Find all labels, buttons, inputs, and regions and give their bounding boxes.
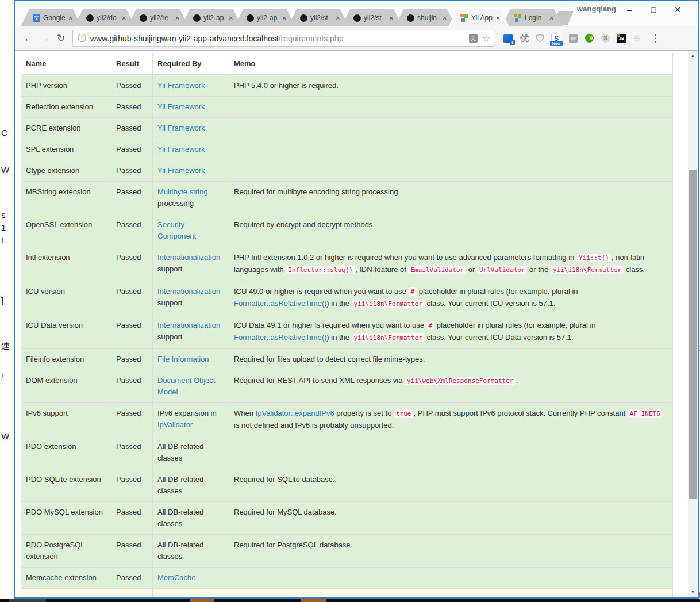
tab-close-icon[interactable]: ✕ — [175, 15, 180, 21]
address-bar[interactable]: ⓘ www.github-shuijingwan-yii2-app-advanc… — [72, 30, 495, 47]
faded-gear-extension-icon[interactable]: ❉ — [633, 33, 641, 44]
tab-close-icon[interactable]: ✕ — [389, 15, 394, 21]
cell-name: MBString extension — [21, 182, 111, 214]
tab-close-icon[interactable]: ✕ — [68, 15, 73, 21]
link-security-component[interactable]: Security Component — [157, 220, 196, 240]
link-file-information[interactable]: File Information — [157, 355, 209, 363]
tab-yii2-st[interactable]: yii2/st✕ — [288, 9, 349, 26]
vertical-scrollbar[interactable]: ▲ ▼ — [688, 51, 698, 597]
abbr-idn: IDN — [359, 265, 372, 274]
roboform-extension-icon[interactable]: RP — [569, 34, 578, 43]
extensions-area: !优SNewRPSJB❉ — [503, 33, 648, 44]
cell-required-by: MemCache — [153, 568, 229, 589]
tab-close-icon[interactable]: ✕ — [496, 15, 501, 21]
link-ipvalidator-expandipv6[interactable]: IpValidator::expandIPv6 — [256, 409, 334, 417]
cell-result: Passed — [111, 182, 153, 214]
reload-button[interactable]: ↻ — [53, 32, 69, 44]
close-button[interactable]: ✕ — [666, 3, 690, 16]
table-row: Intl extensionPassedInternationalization… — [21, 247, 673, 281]
code-span: Inflector::slug() — [286, 266, 355, 274]
link-multibyte-string[interactable]: Multibyte string — [157, 187, 207, 196]
s-circle-extension-icon[interactable]: S — [601, 34, 610, 43]
maximize-button[interactable]: □ — [641, 3, 666, 16]
jetbrains-extension-icon[interactable]: JB — [617, 34, 626, 43]
tab-close-icon[interactable]: ✕ — [282, 15, 287, 21]
link-yii-framework[interactable]: Yii Framework — [157, 145, 205, 154]
text: Required by encrypt and decrypt methods. — [234, 220, 375, 229]
cell-name — [21, 589, 111, 598]
link-internationalization[interactable]: Internationalization — [157, 321, 220, 329]
green-circle-extension-icon[interactable] — [585, 34, 594, 43]
profile-name[interactable]: wangqiang — [577, 5, 616, 13]
browser-menu-icon[interactable]: ⋮ — [651, 32, 660, 44]
text: IPv6 expansion in — [157, 409, 217, 417]
cell-result: Passed — [111, 403, 153, 436]
tab-login[interactable]: Login✕ — [502, 9, 563, 26]
link-yii-framework[interactable]: Yii Framework — [157, 81, 205, 90]
scrollbar-up-arrow[interactable]: ▲ — [688, 51, 698, 60]
link-internationalization[interactable]: Internationalization — [157, 287, 220, 296]
minimize-button[interactable]: – — [617, 3, 641, 16]
tab-close-icon[interactable]: ✕ — [336, 15, 340, 21]
link-ipvalidator[interactable]: IpValidator — [157, 420, 193, 429]
screen: CWs1t]速/W 彡) 文Google✕yii2/do✕yii2/re✕yii… — [0, 0, 700, 602]
forward-button[interactable]: → — [37, 33, 53, 44]
table-row: Ctype extensionPassedYii Framework — [21, 160, 673, 182]
column-header-result: Result — [111, 53, 153, 75]
cell-name: PDO MySQL extension — [21, 502, 111, 535]
text: -feature of — [372, 265, 409, 274]
cell-name: PDO extension — [21, 436, 111, 469]
tab-label: yii2/st — [364, 14, 387, 22]
link-memcache[interactable]: MemCache — [157, 573, 195, 582]
yii-favicon-icon — [460, 14, 468, 22]
cell-memo: Required for files upload to detect corr… — [229, 349, 673, 370]
tab-yii2-re[interactable]: yii2/re✕ — [128, 9, 189, 26]
sumo-extension-icon[interactable]: SNew — [551, 34, 561, 43]
thunder-extension-icon[interactable]: ! — [503, 34, 513, 43]
translate-page-icon[interactable]: 文 — [469, 34, 478, 43]
link-internationalization[interactable]: Internationalization — [157, 253, 220, 262]
back-button[interactable]: ← — [21, 33, 37, 44]
code-span: true — [394, 409, 414, 418]
text: All DB-related classes — [157, 508, 203, 528]
tab-close-icon[interactable]: ✕ — [443, 15, 447, 21]
tab-shuijin[interactable]: shuijin✕ — [395, 9, 456, 26]
tab-close-icon[interactable]: ✕ — [229, 15, 233, 21]
page-info-icon[interactable]: ⓘ — [78, 33, 86, 44]
shield-extension-icon[interactable] — [536, 34, 544, 43]
bookmark-star-icon[interactable]: ☆ — [482, 34, 490, 43]
browser-toolbar: ← → ↻ ⓘ www.github-shuijingwan-yii2-app-… — [15, 26, 698, 51]
tab-close-icon[interactable]: ✕ — [122, 15, 126, 21]
tab-yii2-ap[interactable]: yii2-ap✕ — [234, 9, 295, 26]
cell-name: ICU Data version — [21, 315, 111, 349]
link-document-object-model[interactable]: Document Object Model — [157, 376, 215, 396]
cell-memo: PHP Intl extension 1.0.2 or higher is re… — [229, 247, 673, 281]
cell-required-by: All DB-related classes — [153, 535, 229, 568]
link-formatter-asrelativetime[interactable]: Formatter::asRelativeTime() — [234, 333, 326, 342]
tab-close-icon[interactable]: ✕ — [549, 15, 554, 21]
cell-name: PDO SQLite extension — [21, 469, 111, 502]
calligraphy-extension-icon[interactable]: 优 — [520, 33, 529, 44]
url-text[interactable]: www.github-shuijingwan-yii2-app-advanced… — [90, 34, 464, 43]
link-yii-framework[interactable]: Yii Framework — [157, 124, 205, 132]
link-yii-framework[interactable]: Yii Framework — [157, 102, 205, 111]
code-span: yii\web\XmlResponseFormatter — [405, 377, 516, 385]
cell-result: Passed — [111, 535, 153, 568]
tab-yii2-st[interactable]: yii2/st✕ — [341, 9, 402, 26]
cell-result: Passed — [111, 160, 153, 182]
link-yii-framework[interactable]: Yii Framework — [157, 166, 205, 175]
background-text-fragment: 速 — [1, 341, 10, 352]
text: . — [516, 376, 518, 385]
github-favicon-icon — [300, 14, 307, 22]
code-span: # — [426, 321, 435, 330]
scrollbar-thumb[interactable] — [689, 170, 697, 499]
link-formatter-asrelativetime[interactable]: Formatter::asRelativeTime() — [234, 299, 326, 308]
tab-yii-app[interactable]: Yii App✕ — [448, 9, 509, 26]
table-row: ICU versionPassedInternationalization su… — [21, 281, 673, 315]
tab-yii2-do[interactable]: yii2/do✕ — [74, 9, 135, 26]
scrollbar-down-arrow[interactable]: ▼ — [688, 588, 698, 596]
tab-yii2-ap[interactable]: yii2-ap✕ — [181, 9, 242, 26]
cell-memo: Required for PostgreSQL database. — [229, 535, 673, 568]
tab-label: yii2/st — [310, 14, 334, 22]
tab-google[interactable]: 文Google✕ — [21, 9, 82, 26]
